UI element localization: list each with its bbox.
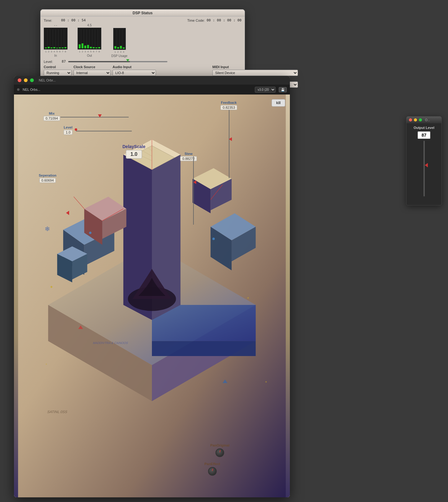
time-label: Time: — [44, 19, 59, 22]
clock-select[interactable]: Internal — [73, 70, 111, 76]
level-fill — [68, 61, 130, 62]
ctrl-audio-in-label: Audio Input — [113, 65, 153, 69]
vu-out-num-5: 5 — [90, 50, 92, 53]
param-separation: Seperation 0.60694 — [39, 174, 56, 183]
param-pan-effect: PanEffect — [204, 462, 220, 476]
vu-out-num-4: 4 — [87, 50, 89, 53]
svg-text:❄: ❄ — [45, 225, 50, 233]
vu-in-num-5: 5 — [56, 50, 58, 53]
out-title: O... — [425, 118, 430, 122]
sep-label: Seperation — [39, 174, 56, 177]
output-slider-area — [424, 141, 425, 203]
ctrl-clock-label: Clock Source — [73, 65, 111, 69]
pan-eff-label: PanEffect — [204, 462, 220, 466]
version-select[interactable]: v3.0 (20 — [255, 87, 276, 93]
vu-out-label: Out — [87, 54, 92, 57]
mix-slider[interactable] — [60, 117, 129, 117]
vu-out-num-6: 6 — [92, 50, 95, 53]
dsp-titlebar: DSP Status — [41, 10, 245, 16]
vu-in-num-1: 1 — [45, 50, 47, 53]
vu-dsp-num-1: 1 — [114, 51, 117, 53]
isometric-art: MILLION:ORY MADDIVTRA & CAINOOS SATINL 0… — [14, 95, 290, 497]
level-value: 87 — [62, 59, 66, 64]
vu-bar-out-1 — [78, 29, 81, 49]
param-stew: Stew 0.88272 — [180, 152, 197, 161]
delay-label: DelayScale — [122, 144, 145, 149]
vu-dsp-num-4: 4 — [122, 51, 125, 53]
close-button[interactable] — [18, 78, 21, 82]
vu-in-num-3: 3 — [50, 50, 53, 53]
sep-slider-thumb[interactable] — [66, 211, 69, 215]
pan-original-knob[interactable] — [215, 448, 224, 457]
header-dot — [17, 88, 20, 91]
out-min-btn[interactable] — [414, 118, 417, 121]
timecode-value: 00 : 00 : 00 : 00 — [206, 18, 242, 22]
vu-bar-in-7 — [61, 29, 64, 49]
level-slider[interactable] — [76, 131, 132, 131]
vu-bar-out-3 — [84, 29, 86, 49]
dsp-title: DSP Status — [133, 11, 153, 15]
vu-out-num-8: 8 — [98, 50, 100, 53]
level-label: Level: — [44, 60, 59, 64]
param-feedback: Feedback 0.82353 — [220, 101, 237, 110]
output-slider-thumb — [425, 163, 428, 167]
vu-bar-dsp-3 — [120, 29, 122, 49]
vu-bar-out-8 — [98, 29, 100, 49]
vu-in-num-4: 4 — [53, 50, 55, 53]
vu-bar-in-5 — [56, 29, 58, 49]
out-close-btn[interactable] — [409, 118, 412, 121]
svg-text:✦: ✦ — [247, 296, 249, 300]
vu-out-num-2: 2 — [81, 50, 84, 53]
sep-value: 0.60694 — [39, 178, 56, 183]
control-select[interactable]: Running — [44, 70, 72, 76]
vu-in-num-7: 7 — [61, 50, 64, 53]
vu-dsp-num-3: 3 — [120, 51, 122, 53]
vu-bar-in-6 — [59, 29, 61, 49]
maximize-button[interactable] — [30, 78, 34, 82]
vu-dash-label: - - — [54, 24, 57, 27]
vu-meters-row: - - 1 2 3 4 5 6 — [44, 24, 242, 58]
stew-slider[interactable] — [193, 156, 194, 225]
svg-text:✦: ✦ — [265, 380, 267, 384]
midi-in-select[interactable]: Silent Device — [212, 70, 298, 76]
vu-out-bars — [78, 28, 101, 50]
vu-in-label: In — [54, 54, 57, 57]
svg-text:✦: ✦ — [45, 363, 47, 366]
minimize-button[interactable] — [24, 78, 28, 82]
output-level-panel: O... Output Level 87 — [406, 116, 442, 205]
param-delay-scale: DelayScale 1.0 — [122, 144, 145, 159]
vu-bar-dsp-1 — [114, 29, 117, 49]
vu-out-num-3: 3 — [84, 50, 86, 53]
stew-value: 0.88272 — [180, 156, 197, 161]
ctrl-midi-in-label: MIDI Input — [212, 65, 240, 69]
vu-dsp-bars — [113, 28, 126, 50]
level-marker — [126, 59, 129, 62]
vu-in-bars — [44, 28, 68, 50]
svg-text:SATINL 0SS: SATINL 0SS — [47, 410, 68, 414]
pan-effect-knob[interactable] — [208, 467, 217, 476]
plugin-name: NEL Orbs... — [23, 88, 252, 91]
save-button[interactable]: 💾 — [279, 87, 287, 92]
vu-out-group: 4.5 1 2 3 4 5 6 — [78, 24, 101, 58]
level-track[interactable] — [68, 61, 167, 62]
svg-point-34 — [212, 238, 215, 240]
param-mix: Mix 0.71094 — [43, 112, 60, 121]
output-value: 87 — [418, 131, 431, 139]
out-max-btn[interactable] — [419, 118, 422, 121]
svg-text:✦: ✦ — [50, 285, 53, 289]
svg-text:MADDIVTRA & CAINOOS: MADDIVTRA & CAINOOS — [92, 341, 129, 345]
plugin-window-title: NEL Orbr... — [39, 78, 56, 82]
kill-button[interactable]: kill — [272, 99, 285, 107]
vu-dsp-label: DSP Usage — [111, 54, 127, 58]
audio-in-select[interactable]: LIO-8 — [113, 70, 156, 76]
vu-out-num-7: 7 — [95, 50, 98, 53]
feedback-slider[interactable] — [229, 110, 229, 178]
vu-bar-out-7 — [95, 29, 98, 49]
plugin-titlebar: NEL Orbr... — [14, 76, 290, 85]
output-slider-track[interactable] — [424, 141, 425, 196]
ctrl-control-label: Control — [44, 65, 72, 69]
mix-value: 0.71094 — [43, 116, 60, 121]
time-value: 00 : 00 : 54 — [61, 18, 86, 22]
feedback-label: Feedback — [221, 101, 237, 104]
output-content: Output Level 87 — [406, 123, 441, 205]
